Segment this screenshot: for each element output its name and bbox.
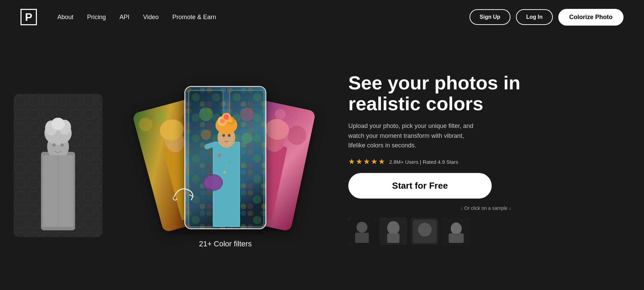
nav-promote-earn[interactable]: Promote & Earn (172, 14, 216, 21)
hero-title: See your photos in realistic colors (348, 72, 624, 114)
svg-point-39 (201, 130, 211, 140)
thumb-2-svg (380, 218, 407, 245)
hero-center: 21+ Color filters (130, 69, 321, 248)
hero-title-line2: realistic colors (348, 93, 483, 114)
sample-thumb-3[interactable] (411, 218, 438, 245)
sample-thumb-2[interactable] (380, 218, 407, 245)
svg-point-12 (60, 143, 64, 147)
svg-rect-67 (380, 218, 407, 245)
hero-title-line1: See your photos in (348, 72, 520, 93)
svg-point-54 (228, 118, 233, 122)
svg-point-46 (223, 171, 226, 174)
thumb-1-svg (348, 218, 376, 245)
nav-api[interactable]: API (120, 14, 129, 21)
svg-rect-75 (443, 218, 470, 245)
star-icons: ★★★★★ (348, 157, 386, 166)
svg-point-38 (199, 107, 213, 121)
photos-fan (137, 69, 314, 233)
nav-links: About Pricing API Video Promote & Earn (57, 14, 470, 21)
hero-description: Upload your photo, pick your unique filt… (348, 121, 478, 150)
svg-point-56 (222, 134, 225, 137)
signup-button[interactable]: Sign Up (470, 9, 510, 25)
arrow-decoration (171, 183, 198, 205)
nav-about[interactable]: About (57, 14, 73, 21)
svg-point-10 (51, 118, 65, 130)
sample-hint: ↓ Or click on a sample ↓ (348, 205, 624, 211)
filters-label: 21+ Color filters (199, 240, 252, 248)
logo-letter: P (25, 11, 32, 24)
svg-rect-71 (411, 218, 438, 245)
photo-card-front (184, 86, 266, 229)
hero-section: 21+ Color filters See your photos in rea… (0, 34, 644, 290)
thumb-3-svg (411, 218, 438, 245)
sample-thumb-1[interactable] (348, 218, 376, 245)
hero-rating: ★★★★★ 2.8M+ Users | Rated 4.9 Stars (348, 157, 624, 166)
navbar: P About Pricing API Video Promote & Earn… (0, 0, 644, 34)
hero-right: See your photos in realistic colors Uplo… (321, 72, 624, 245)
start-free-button[interactable]: Start for Free (348, 173, 492, 199)
thumb-4-svg (443, 218, 470, 245)
front-card-inner (185, 87, 265, 228)
front-photo-svg (185, 87, 266, 229)
svg-point-57 (228, 134, 230, 137)
logo[interactable]: P (20, 9, 37, 25)
svg-point-44 (218, 154, 221, 157)
sample-thumb-4[interactable] (443, 218, 470, 245)
nav-video[interactable]: Video (143, 14, 159, 21)
svg-point-55 (224, 114, 229, 120)
svg-point-41 (241, 133, 252, 144)
bw-photo-svg (14, 94, 102, 237)
sample-thumbnails (348, 218, 624, 245)
bw-photo-card (14, 94, 102, 237)
svg-point-59 (204, 176, 221, 189)
nav-actions: Sign Up Log In Colorize Photo (470, 9, 624, 26)
svg-point-45 (228, 161, 231, 163)
arrow-svg (171, 183, 198, 203)
nav-pricing[interactable]: Pricing (87, 14, 106, 21)
colorize-button[interactable]: Colorize Photo (558, 9, 624, 26)
hero-left (14, 80, 123, 237)
svg-rect-63 (348, 218, 376, 245)
login-button[interactable]: Log In (516, 9, 553, 25)
svg-point-53 (220, 119, 225, 124)
rating-text: 2.8M+ Users | Rated 4.9 Stars (389, 159, 458, 165)
svg-point-40 (240, 107, 254, 121)
svg-point-11 (52, 143, 56, 147)
